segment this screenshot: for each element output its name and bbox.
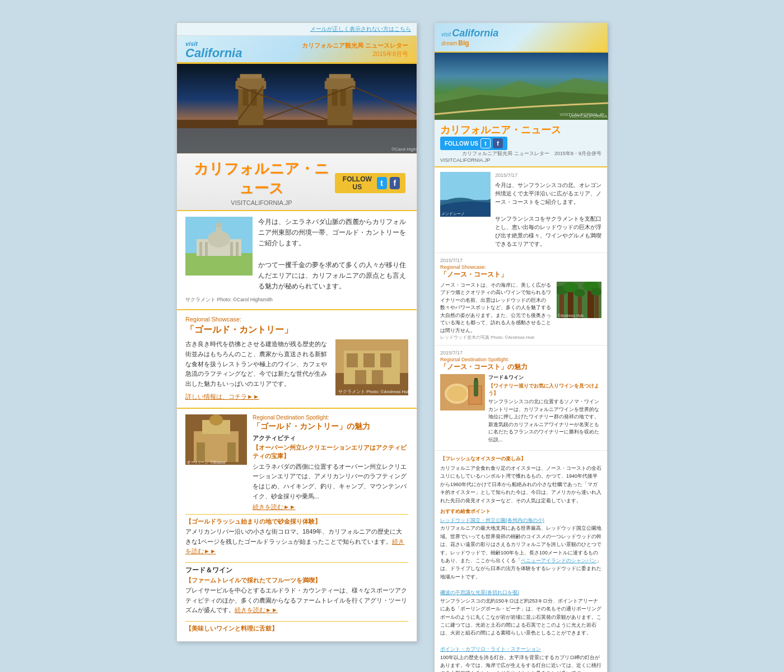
svg-rect-14 <box>329 74 351 78</box>
spots-label: おすすめ給食ポイント <box>440 508 601 515</box>
food-category: フード＆ワイン <box>185 566 408 575</box>
activity-read-more[interactable]: 続きを読む►► <box>253 503 296 510</box>
right-regional-date: 2015/7/17 <box>440 258 601 263</box>
svg-text:メンドシーノ: メンドシーノ <box>441 212 465 216</box>
oyster-body: カリフォルニア全食れ食り定のオイスターは、ノース・コーストの全石ユリにもしている… <box>440 464 601 505</box>
svg-rect-43 <box>213 416 219 420</box>
svg-rect-5 <box>242 89 248 106</box>
svg-rect-57 <box>595 292 599 318</box>
svg-rect-33 <box>347 353 358 367</box>
right-facebook-icon[interactable]: f <box>493 138 503 148</box>
svg-rect-34 <box>363 353 375 367</box>
regional-read-more[interactable]: 詳しい情報は、コチラ►► <box>185 393 259 400</box>
redwood-link[interactable]: レッドウッド国立・州立公園(各州内の海の小) <box>440 517 544 523</box>
news-title-jp: カリフォルニア・ニュース <box>188 159 335 198</box>
spots-text: レッドウッド国立・州立公園(各州内の海の小) カリフォルニアの最大地支局にある世… <box>440 516 601 672</box>
right-regional-photo-credit: レッドウッド並木の写真 Photo: ©Andreas Hub <box>440 334 601 340</box>
right-news-title: カリフォルニア・ニュース <box>440 123 561 137</box>
svg-rect-36 <box>355 370 366 384</box>
spotlight-content: Regional Destination Spotlight: 「ゴールド・カン… <box>253 414 408 511</box>
svg-rect-2 <box>177 120 417 128</box>
right-logo-california: California <box>452 27 498 39</box>
gold-read-more[interactable]: 続きを読む►► <box>185 538 404 555</box>
intro-photo-credit: サクラメント Photo: ©Carol Highsmith <box>185 296 408 304</box>
showcase-body: 古き良き時代を彷彿とさせる建造物が残る歴史的な街並みはもちろんのこと、農家から直… <box>185 339 330 389</box>
newsletter-info: カリフォルニア観光局 ニュースレター 2015年8月号 <box>302 41 408 58</box>
showcase-image: サクラメント Photo: ©Andreas Hub <box>335 339 408 402</box>
wine-subtitle: 【美味しいワインと料理に舌鼓】 <box>185 624 408 633</box>
svg-text:VISITCALIFORNIA.JP: VISITCALIFORNIA.JP <box>569 114 608 119</box>
showcase-content: 古き良き時代を彷彿とさせる建造物が残る歴史的な街並みはもちろんのこと、農家から直… <box>185 339 408 402</box>
visitcalifornia-url: VISITCALIFORNIA.JP <box>188 199 335 206</box>
regional-showcase: Regional Showcase: 「ゴールド・カントリー」 古き良き時代を彷… <box>177 310 417 409</box>
right-spotlight-label: Regional Destination Spotlight: <box>440 357 601 362</box>
spotlight-label: Regional Destination Spotlight: <box>253 414 408 421</box>
svg-point-60 <box>574 289 585 297</box>
svg-rect-70 <box>474 378 478 381</box>
right-spotlight-content: フード＆ワイン 【ワイナリー巡りでお気に入りワインを見つけよう】 サンフランシス… <box>488 374 601 444</box>
header: visit California カリフォルニア観光局 ニュースレター 2015… <box>177 36 417 64</box>
right-logo-big: Big <box>458 39 469 47</box>
showcase-text: 古き良き時代を彷彿とさせる建造物が残る歴史的な街並みはもちろんのこと、農家から直… <box>185 339 330 402</box>
right-intro: メンドシーノ 2015/7/17 今月は、サンフランシスコの北、オレゴン州境近く… <box>435 167 607 253</box>
follow-us-text: FOLLOW US <box>340 175 374 191</box>
svg-point-66 <box>447 386 467 402</box>
food-read-more[interactable]: 続きを読む►► <box>235 606 278 613</box>
gold-body: アメリカンリバー沿いの小さな街コロマ。1849年、カリフォルニアの歴史に大きな1… <box>185 527 408 557</box>
svg-text:オーバーン ©Blaise: オーバーン ©Blaise <box>186 460 226 465</box>
facebook-icon[interactable]: f <box>390 177 400 189</box>
spotlight-section: オーバーン ©Blaise Regional Destination Spotl… <box>177 409 417 641</box>
svg-rect-44 <box>197 442 205 462</box>
spotlight-image: オーバーン ©Blaise <box>185 414 247 511</box>
intro-section: 今月は、シエラネバダ山脈の西麓からカリフォルニア州東部の州境一帯、ゴールド・カン… <box>177 211 417 310</box>
svg-rect-45 <box>227 442 236 462</box>
activity-subtitle: 【オーバーン州立レクリエーションエリアはアクティビティの宝庫】 <box>253 444 408 460</box>
svg-text:©Andreas Hub: ©Andreas Hub <box>558 314 584 318</box>
intro-body: 今月は、シエラネバダ山脈の西麓からカリフォルニア州東部の州境一帯、ゴールド・カン… <box>258 217 408 292</box>
svg-rect-21 <box>185 253 253 276</box>
gold-subtitle: 【ゴールドラッシュ始まりの地で砂金採り体験】 <box>185 517 408 526</box>
right-follow-bar: FOLLOW US t f <box>440 137 507 150</box>
twitter-icon[interactable]: t <box>377 177 387 189</box>
food-subtitle: 【ファームトレイルで採れたてフルーツを満喫】 <box>185 576 408 585</box>
right-spotlight-title: 「ノース・コースト」の魅力 <box>440 362 601 372</box>
right-news-title-area: カリフォルニア・ニュース FOLLOW US t f カリフォルニア観光局 ニュ… <box>435 120 607 167</box>
newsletter-title: カリフォルニア観光局 ニュースレター <box>302 41 408 50</box>
food-wine-category: フード＆ワイン <box>488 374 601 381</box>
food-body: プレイサービルを中心とするエルドラド・カウンティーは、様々なスポーツアクティビテ… <box>185 586 408 615</box>
right-spotlight-date: 2015/7/17 <box>440 350 601 356</box>
hero-image: ©Carol Highsmith <box>177 64 417 153</box>
follow-us-bar: FOLLOW US t f <box>335 173 405 193</box>
hero-svg: ©Carol Highsmith <box>177 64 417 153</box>
right-spotlight-image <box>440 374 485 444</box>
svg-rect-12 <box>340 89 346 106</box>
svg-rect-29 <box>236 242 239 256</box>
right-intro-date: 2015/7/17 <box>495 172 601 180</box>
right-hero-image: VISITCALIFORNIA.JP <box>435 53 607 120</box>
logo-california-text: California <box>185 47 242 59</box>
right-regional-image: ©Andreas Hub <box>557 282 601 335</box>
avenue-link[interactable]: ペニューアイランドのシャンパン <box>521 558 596 563</box>
right-twitter-icon[interactable]: t <box>480 138 491 148</box>
regional-title: 「ゴールド・カントリー」 <box>185 324 408 336</box>
right-logo: visit California dream Big <box>441 27 498 47</box>
svg-rect-8 <box>240 74 262 78</box>
right-header: visit California dream Big <box>435 23 607 53</box>
svg-rect-28 <box>230 242 233 256</box>
right-follow-text: FOLLOW US <box>445 141 478 147</box>
svg-rect-26 <box>199 242 202 256</box>
svg-rect-7 <box>237 78 264 82</box>
svg-rect-27 <box>205 242 208 256</box>
right-regional-label: Regional Showcase: <box>440 264 601 270</box>
logo-area: visit California <box>185 40 242 59</box>
svg-rect-1 <box>177 125 417 153</box>
left-email-panel: メールが正しく表示されない方はこちら visit California カリフォ… <box>176 22 417 642</box>
right-intro-body: 今月は、サンフランシスコの北、オレゴン州境近くで太平洋沿いに広がるエリア、ノース… <box>495 181 601 248</box>
svg-rect-37 <box>372 370 383 384</box>
activity-category: アクティビティ <box>253 434 408 442</box>
top-bar-text[interactable]: メールが正しく表示されない方はこちら <box>310 26 411 32</box>
cabrillo-link[interactable]: ポイント・カブリロ・ライト・ステーション <box>440 646 541 652</box>
svg-point-25 <box>216 222 222 228</box>
bowling-link[interactable]: 磯波の不思議な光景(各切れ口を覗) <box>440 590 519 595</box>
right-logo-visit: visit <box>441 31 451 38</box>
